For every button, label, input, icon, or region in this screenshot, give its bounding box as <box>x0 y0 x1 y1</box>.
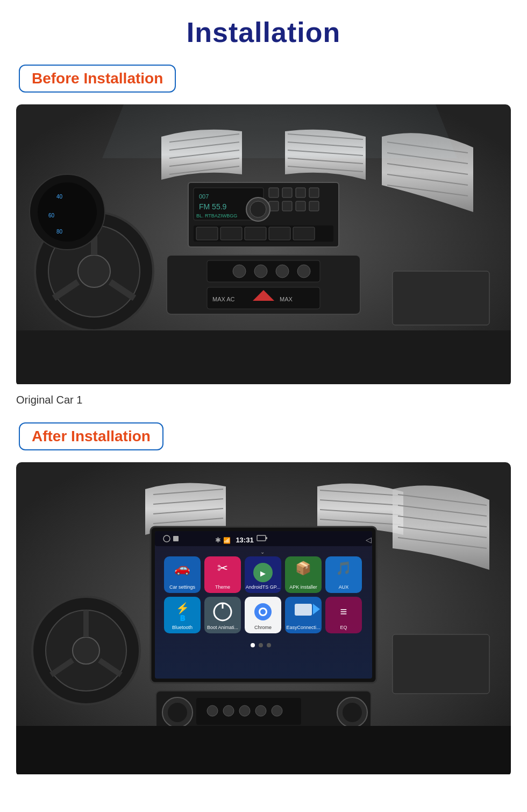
svg-rect-22 <box>269 188 279 197</box>
svg-text:✂: ✂ <box>217 561 228 575</box>
svg-rect-83 <box>173 536 179 541</box>
svg-text:13:31: 13:31 <box>236 536 253 544</box>
svg-point-67 <box>73 637 99 664</box>
svg-text:Chrome: Chrome <box>254 625 272 630</box>
svg-rect-25 <box>309 188 319 197</box>
svg-rect-24 <box>296 188 305 197</box>
svg-rect-29 <box>309 201 319 211</box>
svg-text:APK installer: APK installer <box>289 584 317 590</box>
before-caption: Original Car 1 <box>16 394 82 406</box>
svg-point-138 <box>168 703 187 722</box>
svg-point-42 <box>233 265 246 278</box>
svg-point-144 <box>272 705 282 716</box>
svg-point-143 <box>255 705 266 716</box>
svg-text:◁: ◁ <box>366 535 372 544</box>
svg-rect-28 <box>296 201 305 211</box>
after-installation-badge: After Installation <box>19 422 163 450</box>
before-installation-image: 007 FM 55.9 BL. RTBAZIWBGG <box>16 104 511 386</box>
svg-rect-81 <box>155 531 372 546</box>
svg-rect-23 <box>282 188 292 197</box>
svg-text:007: 007 <box>199 193 209 200</box>
svg-point-3 <box>78 255 110 287</box>
svg-text:60: 60 <box>48 213 55 218</box>
svg-point-140 <box>207 705 218 716</box>
svg-text:🚗: 🚗 <box>174 560 190 576</box>
svg-text:AndroidTS GP...: AndroidTS GP... <box>246 584 280 590</box>
svg-text:▶: ▶ <box>260 569 266 577</box>
svg-text:EasyConnecti...: EasyConnecti... <box>286 625 320 630</box>
svg-text:EQ: EQ <box>340 625 347 630</box>
page-title: Installation <box>187 16 340 48</box>
svg-point-31 <box>250 201 266 217</box>
svg-point-118 <box>260 609 266 615</box>
after-installation-label: After Installation <box>32 428 151 444</box>
svg-text:MAX: MAX <box>280 296 293 302</box>
svg-rect-34 <box>220 227 242 240</box>
svg-rect-57 <box>393 271 489 325</box>
svg-text:Car settings: Car settings <box>169 584 196 590</box>
svg-rect-147 <box>393 634 489 694</box>
svg-text:🎵: 🎵 <box>336 560 352 576</box>
svg-text:⌄: ⌄ <box>260 549 265 555</box>
svg-text:MAX AC: MAX AC <box>212 296 235 302</box>
svg-text:Bluetooth: Bluetooth <box>172 625 193 630</box>
svg-point-44 <box>276 265 289 278</box>
svg-point-60 <box>38 182 97 242</box>
svg-text:FM 55.9: FM 55.9 <box>199 202 227 211</box>
svg-text:📦: 📦 <box>295 560 311 576</box>
svg-point-129 <box>267 643 271 647</box>
svg-point-45 <box>297 265 310 278</box>
svg-rect-121 <box>295 604 312 616</box>
svg-text:≡: ≡ <box>340 605 347 618</box>
svg-point-128 <box>259 643 263 647</box>
svg-text:40: 40 <box>56 194 63 200</box>
svg-text:80: 80 <box>56 229 63 235</box>
svg-text:ʙ: ʙ <box>180 612 186 623</box>
before-installation-badge: Before Installation <box>19 65 176 93</box>
svg-point-141 <box>223 705 234 716</box>
svg-rect-37 <box>293 227 315 240</box>
svg-point-43 <box>254 265 267 278</box>
svg-rect-33 <box>196 227 218 240</box>
after-installation-image: 13:31 ◁ ✱ 📶 ⌄ 🚗 Car settings ✂ <box>16 462 511 776</box>
svg-point-142 <box>239 705 250 716</box>
svg-text:📶: 📶 <box>223 536 231 544</box>
svg-text:Boot Animati...: Boot Animati... <box>207 625 238 630</box>
svg-rect-36 <box>269 227 290 240</box>
before-installation-label: Before Installation <box>32 70 163 87</box>
svg-text:BL. RTBAZIWBGG: BL. RTBAZIWBGG <box>196 213 237 218</box>
svg-point-146 <box>343 703 362 722</box>
svg-rect-27 <box>282 201 292 211</box>
svg-rect-86 <box>266 537 267 539</box>
svg-point-127 <box>251 643 255 647</box>
svg-text:✱: ✱ <box>215 536 221 544</box>
svg-rect-35 <box>245 227 266 240</box>
svg-text:AUX: AUX <box>339 584 349 590</box>
svg-rect-148 <box>16 726 511 774</box>
svg-text:Theme: Theme <box>215 584 230 590</box>
svg-rect-58 <box>16 330 511 384</box>
